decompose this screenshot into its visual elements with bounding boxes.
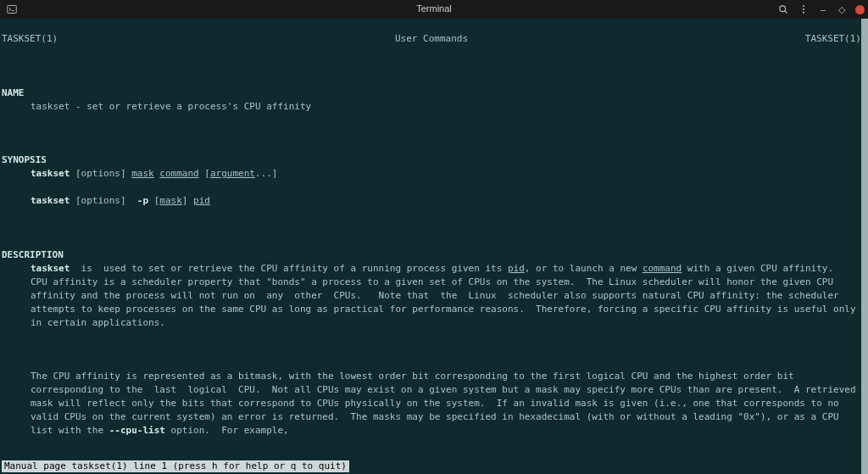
section-name: NAME — [2, 87, 25, 98]
maximize-button[interactable]: ◇ — [837, 4, 847, 14]
man-status-line: Manual page taskset(1) line 1 (press h f… — [2, 460, 349, 472]
window-title: Terminal — [0, 3, 868, 16]
terminal-viewport[interactable]: TASKSET(1)User CommandsTASKSET(1) NAME t… — [0, 19, 868, 474]
svg-point-3 — [803, 5, 804, 7]
search-icon[interactable] — [777, 3, 789, 15]
menu-icon[interactable] — [798, 3, 810, 15]
header-left: TASKSET(1) — [2, 32, 58, 46]
header-right: TASKSET(1) — [805, 32, 861, 46]
section-description: DESCRIPTION — [2, 249, 64, 260]
svg-point-1 — [780, 6, 786, 12]
svg-point-4 — [803, 8, 804, 10]
window-titlebar: Terminal – ◇ — [0, 0, 868, 19]
man-page-content: TASKSET(1)User CommandsTASKSET(1) NAME t… — [0, 19, 868, 474]
svg-rect-0 — [8, 6, 17, 14]
close-button[interactable] — [855, 5, 865, 14]
minimize-button[interactable]: – — [818, 4, 828, 14]
header-center: User Commands — [395, 32, 468, 46]
svg-point-5 — [803, 12, 804, 14]
name-body: taskset - set or retrieve a process's CP… — [2, 100, 861, 114]
terminal-app-icon — [6, 3, 18, 15]
svg-line-2 — [785, 11, 787, 14]
scrollbar[interactable] — [861, 19, 868, 474]
section-synopsis: SYNOPSIS — [2, 154, 47, 165]
